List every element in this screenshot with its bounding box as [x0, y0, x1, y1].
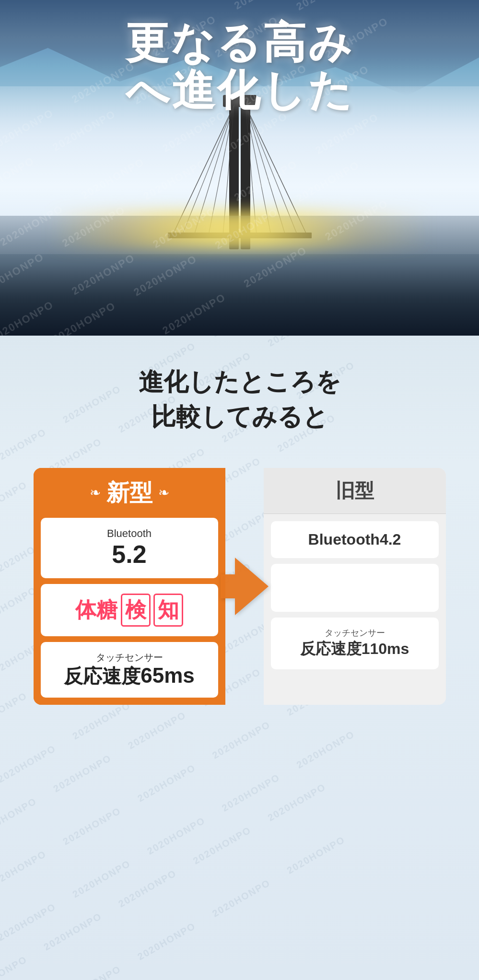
- blood-sugar-text1: 体糖: [75, 598, 117, 621]
- comparison-table: ❧ 新型 ❧ Bluetooth 5.2 体糖 検 知 タッチセンサー: [19, 468, 460, 705]
- old-model-title: 旧型: [336, 480, 374, 501]
- new-model-header: ❧ 新型 ❧: [34, 468, 225, 518]
- comparison-arrow: [221, 468, 269, 705]
- hero-title-line1: 更なる高み: [0, 19, 479, 67]
- hero-title: 更なる高み へ進化した: [0, 19, 479, 114]
- old-bluetooth-card: Bluetooth4.2: [271, 521, 439, 558]
- new-model-column: ❧ 新型 ❧ Bluetooth 5.2 体糖 検 知 タッチセンサー: [34, 468, 225, 705]
- blood-sugar-text3: 知: [153, 594, 183, 627]
- old-model-column: 旧型 Bluetooth4.2 タッチセンサー 反応速度110ms: [264, 468, 446, 705]
- section-title-line2: 比較してみると: [151, 403, 328, 431]
- section-title-line1: 進化したところを: [139, 368, 341, 396]
- blood-sugar-card: 体糖 検 知: [41, 584, 218, 636]
- bluetooth-value: 5.2: [112, 540, 146, 568]
- hero-section: 2020HONPO 2020HONPO 2020HONPO 2020HONPO …: [0, 0, 479, 336]
- old-empty-card: [271, 564, 439, 612]
- old-model-header: 旧型: [264, 468, 446, 514]
- blood-sugar-text2: 検: [121, 594, 151, 627]
- new-model-title: 新型: [106, 478, 152, 508]
- bluetooth-label: Bluetooth: [107, 527, 152, 539]
- new-touch-card: タッチセンサー 反応速度65ms: [41, 642, 218, 698]
- new-model-body: Bluetooth 5.2 体糖 検 知 タッチセンサー 反応速度65ms: [34, 518, 225, 705]
- laurel-left-icon: ❧: [90, 485, 101, 501]
- touch-value: 反応速度65ms: [53, 663, 206, 688]
- svg-marker-14: [221, 558, 269, 615]
- old-touch-label: タッチセンサー: [283, 627, 427, 639]
- section-title: 進化したところを 比較してみると: [19, 364, 460, 434]
- old-bluetooth-value: Bluetooth4.2: [308, 531, 401, 548]
- laurel-right-icon: ❧: [158, 485, 169, 501]
- old-touch-card: タッチセンサー 反応速度110ms: [271, 618, 439, 669]
- touch-label: タッチセンサー: [53, 652, 206, 663]
- hero-lights: [0, 211, 479, 249]
- comparison-section: 2020HONPO 2020HONPO 2020HONPO 2020HONPO …: [0, 336, 479, 980]
- hero-title-line2: へ進化した: [0, 67, 479, 114]
- old-model-body: Bluetooth4.2 タッチセンサー 反応速度110ms: [264, 514, 446, 705]
- new-bluetooth-card: Bluetooth 5.2: [41, 518, 218, 578]
- old-touch-value: 反応速度110ms: [300, 640, 409, 657]
